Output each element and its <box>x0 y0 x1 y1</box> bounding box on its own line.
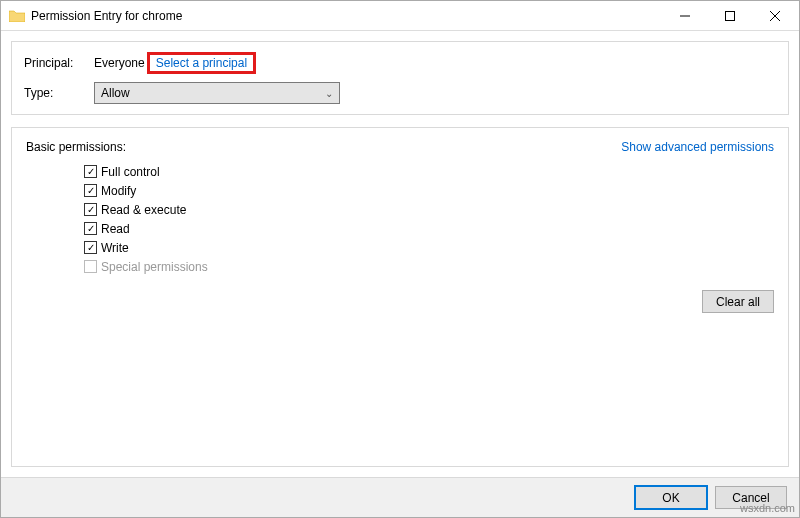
principal-value: Everyone <box>94 56 145 70</box>
permission-checkbox[interactable] <box>84 241 97 254</box>
permission-item: Read & execute <box>84 200 774 219</box>
type-select[interactable]: Allow ⌄ <box>94 82 340 104</box>
permission-label: Special permissions <box>101 260 208 274</box>
chevron-down-icon: ⌄ <box>325 88 333 99</box>
type-row: Type: Allow ⌄ <box>24 82 776 104</box>
type-label: Type: <box>24 86 94 100</box>
permission-item: Write <box>84 238 774 257</box>
principal-type-panel: Principal: Everyone Select a principal T… <box>11 41 789 115</box>
basic-permissions-label: Basic permissions: <box>26 140 126 154</box>
titlebar: Permission Entry for chrome <box>1 1 799 31</box>
clear-all-button[interactable]: Clear all <box>702 290 774 313</box>
highlight-box: Select a principal <box>147 52 256 74</box>
clear-all-row: Clear all <box>26 290 774 313</box>
permissions-header: Basic permissions: Show advanced permiss… <box>26 140 774 154</box>
permission-item: Special permissions <box>84 257 774 276</box>
permission-item: Modify <box>84 181 774 200</box>
permission-checkbox[interactable] <box>84 222 97 235</box>
permission-item: Read <box>84 219 774 238</box>
type-select-value: Allow <box>101 86 130 100</box>
maximize-button[interactable] <box>707 2 752 30</box>
permission-label: Read & execute <box>101 203 186 217</box>
permission-label: Read <box>101 222 130 236</box>
permission-checkbox[interactable] <box>84 203 97 216</box>
ok-button[interactable]: OK <box>635 486 707 509</box>
minimize-button[interactable] <box>662 2 707 30</box>
permission-checkbox[interactable] <box>84 184 97 197</box>
permissions-panel: Basic permissions: Show advanced permiss… <box>11 127 789 467</box>
footer: OK Cancel <box>1 477 799 517</box>
permission-checkbox[interactable] <box>84 165 97 178</box>
content: Principal: Everyone Select a principal T… <box>1 31 799 477</box>
show-advanced-link[interactable]: Show advanced permissions <box>621 140 774 154</box>
permission-item: Full control <box>84 162 774 181</box>
permission-label: Modify <box>101 184 136 198</box>
folder-icon <box>9 10 25 22</box>
permission-label: Full control <box>101 165 160 179</box>
close-button[interactable] <box>752 2 797 30</box>
watermark: wsxdn.com <box>740 502 795 514</box>
svg-rect-1 <box>725 11 734 20</box>
select-principal-link[interactable]: Select a principal <box>156 56 247 70</box>
permission-entry-window: Permission Entry for chrome Principal: E… <box>0 0 800 518</box>
window-title: Permission Entry for chrome <box>31 9 662 23</box>
window-controls <box>662 2 797 30</box>
permission-checkbox <box>84 260 97 273</box>
permission-label: Write <box>101 241 129 255</box>
principal-label: Principal: <box>24 56 94 70</box>
principal-row: Principal: Everyone Select a principal <box>24 52 776 74</box>
permissions-list: Full controlModifyRead & executeReadWrit… <box>84 162 774 276</box>
